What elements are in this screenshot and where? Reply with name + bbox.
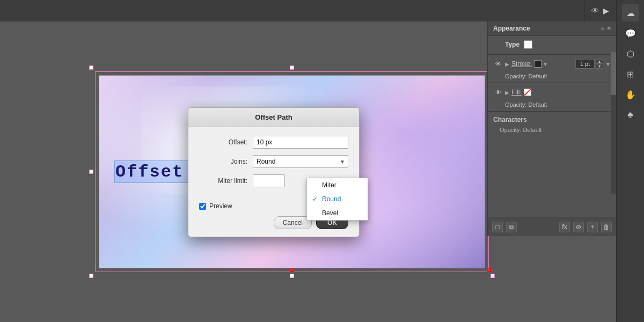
handle-bm[interactable]	[290, 274, 294, 278]
top-toolbar: 👁 ▶	[0, 0, 644, 21]
stroke-arrows: ▲ ▼	[596, 59, 603, 69]
dialog-title: Offset Path	[188, 108, 359, 127]
fill-label: Fill:	[511, 89, 522, 96]
stroke-value-group: ▲ ▼ ▼	[575, 59, 611, 69]
offset-input[interactable]	[253, 136, 348, 149]
joins-label: Joins:	[199, 158, 247, 165]
toolbar-hand-icon[interactable]: ✋	[622, 86, 639, 103]
fx-icon[interactable]: fx	[559, 222, 570, 232]
toolbar-comment-icon[interactable]: 💬	[622, 25, 639, 42]
joins-option-bevel[interactable]: Bevel	[307, 206, 368, 220]
stroke-label: Stroke:	[511, 60, 532, 68]
divider-3	[488, 111, 616, 112]
miter-limit-label: Miter limit:	[199, 177, 247, 185]
fill-opacity-row: Opacity: Default	[505, 101, 611, 108]
dialog-body: Offset: Joins: Round ▼ Miter	[188, 127, 359, 202]
panel-scrollbar[interactable]	[611, 52, 616, 194]
miter-label: Miter	[322, 181, 336, 189]
forward-icon[interactable]: ▶	[603, 6, 609, 15]
add-icon[interactable]: +	[587, 222, 598, 232]
characters-opacity-row: Opacity: Default	[500, 127, 616, 135]
delete-icon[interactable]: 🗑	[601, 222, 612, 232]
menu-icon[interactable]: ≡	[608, 25, 611, 32]
offset-label: Offset:	[199, 138, 247, 146]
toolbar-cloud-icon[interactable]: ☁	[622, 4, 639, 21]
stroke-section: 👁 ▶ Stroke: ▼ ▲ ▼ ▼ Opacity: Default	[488, 56, 616, 82]
joins-option-miter[interactable]: Miter	[307, 178, 368, 192]
appearance-panel: Appearance » ≡ Type 👁 ▶ Stroke: ▼	[487, 21, 616, 236]
stroke-expand-icon[interactable]: ▶	[505, 61, 509, 67]
type-label: Type	[505, 41, 519, 48]
preview-checkbox[interactable]	[199, 203, 206, 210]
stroke-down-arrow[interactable]: ▼	[596, 64, 603, 69]
panel-content: Type 👁 ▶ Stroke: ▼ ▲ ▼	[488, 36, 616, 213]
stroke-swatch-arrow[interactable]: ▼	[543, 61, 548, 67]
fill-color-swatch[interactable]	[524, 89, 531, 96]
fill-expand-icon[interactable]: ▶	[505, 90, 509, 96]
artboard-icon[interactable]: ⧉	[506, 222, 517, 232]
offset-path-dialog: Offset Path Offset: Joins: Round ▼	[188, 107, 360, 237]
toolbar-club-icon[interactable]: ♣	[622, 106, 639, 123]
eye-icon[interactable]: 👁	[591, 6, 599, 15]
panel-bottom-toolbar: □ ⧉ fx ⊘ + 🗑	[488, 217, 616, 236]
handle-lm[interactable]	[89, 170, 93, 174]
offset-row: Offset:	[199, 136, 348, 149]
joins-option-round[interactable]: ✓ Round	[307, 192, 368, 206]
handle-red-br[interactable]	[487, 268, 491, 272]
type-swatch	[524, 40, 532, 49]
right-toolbar: ☁ 💬 ⬡ ⊞ ✋ ♣	[616, 0, 644, 322]
stroke-up-arrow[interactable]: ▲	[596, 59, 603, 64]
handle-tm[interactable]	[290, 65, 294, 70]
stroke-eye-icon[interactable]: 👁	[493, 59, 503, 69]
panel-header-icons: » ≡	[601, 25, 611, 32]
stroke-value-input[interactable]	[575, 59, 595, 69]
panel-title: Appearance	[493, 25, 530, 32]
miter-limit-input[interactable]	[253, 174, 285, 187]
stroke-color-swatch[interactable]	[534, 60, 541, 68]
bevel-label: Bevel	[322, 209, 338, 217]
characters-row: Characters	[488, 113, 616, 127]
preview-label: Preview	[209, 202, 232, 210]
handle-tl[interactable]	[89, 65, 93, 70]
fill-row: 👁 ▶ Fill:	[493, 86, 611, 98]
divider-1	[488, 54, 616, 55]
toolbar-3d-icon[interactable]: ⬡	[622, 45, 639, 62]
stroke-row: 👁 ▶ Stroke: ▼ ▲ ▼ ▼	[493, 58, 611, 70]
joins-value: Round	[257, 158, 275, 165]
joins-select-wrapper: Round ▼ Miter ✓ Round Bevel	[253, 155, 348, 168]
joins-dropdown-menu: Miter ✓ Round Bevel	[306, 178, 368, 221]
stroke-unit-arrow[interactable]: ▼	[605, 61, 611, 67]
panel-bottom-icons-left: □ ⧉	[492, 222, 517, 232]
fill-section: 👁 ▶ Fill: Opacity: Default	[488, 84, 616, 110]
square-icon[interactable]: □	[492, 222, 503, 232]
top-right-icons: 👁 ▶	[584, 0, 616, 21]
panel-bottom-icons-right: fx ⊘ + 🗑	[559, 222, 612, 232]
type-row: Type	[488, 36, 616, 51]
expand-icon[interactable]: »	[601, 25, 604, 32]
joins-row: Joins: Round ▼ Miter ✓ Round	[199, 155, 348, 168]
handle-red-bm[interactable]	[290, 268, 294, 272]
divider-2	[488, 83, 616, 83]
checkmark-icon: ✓	[312, 195, 318, 203]
fill-eye-icon[interactable]: 👁	[493, 87, 503, 97]
handle-br[interactable]	[491, 274, 495, 278]
hide-icon[interactable]: ⊘	[573, 222, 584, 232]
stroke-opacity-row: Opacity: Default	[505, 73, 611, 79]
round-label: Round	[322, 195, 341, 203]
handle-bl[interactable]	[89, 274, 93, 278]
panel-header: Appearance » ≡	[488, 21, 616, 36]
joins-select[interactable]: Round	[253, 155, 348, 168]
panel-scrollbar-thumb[interactable]	[611, 52, 616, 95]
toolbar-grid-icon[interactable]: ⊞	[622, 65, 639, 83]
